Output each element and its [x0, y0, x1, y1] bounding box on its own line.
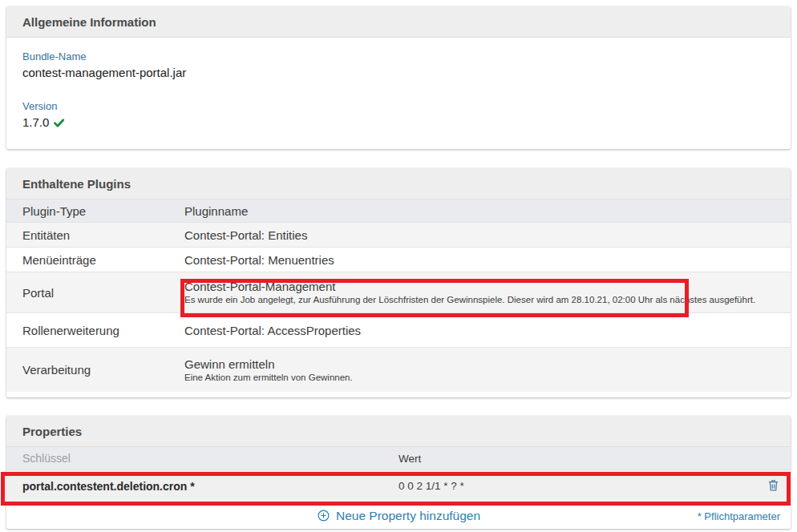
properties-footer: Neue Property hinzufügen * Pflichtparame… — [6, 502, 791, 529]
properties-title: Properties — [22, 425, 82, 438]
plugin-row-accessproperties: Rollenerweiterung Contest-Portal: Access… — [6, 312, 791, 347]
property-key: portal.contestent.deletion.cron * — [22, 480, 195, 493]
plugins-column-header: Plugin-Type Pluginname — [6, 200, 791, 222]
plugin-name-cell: Contest-Portal: AccessProperties — [184, 323, 791, 338]
check-icon — [53, 117, 65, 129]
trash-icon — [767, 478, 780, 494]
plugin-type: Verarbeitung — [6, 363, 184, 377]
bundle-name-value: contest-management-portal.jar — [22, 64, 775, 82]
plugin-name: Contest-Portal: Menuentries — [184, 252, 791, 268]
plugin-description: Eine Aktion zum ermitteln von Gewinnen. — [184, 372, 791, 384]
plugin-name: Gewinn ermitteln — [184, 357, 791, 372]
version-value-row: 1.7.0 — [22, 114, 775, 131]
property-key-cell: portal.contestent.deletion.cron * — [6, 480, 398, 493]
bundle-detail-page: Allgemeine Information Bundle-Name conte… — [0, 6, 797, 532]
add-property-label: Neue Property hinzufügen — [336, 509, 480, 523]
general-info-title: Allgemeine Information — [22, 15, 156, 29]
plugin-type: Rollenerweiterung — [6, 324, 184, 337]
col-schluessel: Schlüssel — [6, 452, 398, 465]
add-property-link[interactable]: Neue Property hinzufügen — [317, 509, 480, 523]
plugins-card: Enthaltene Plugins Plugin-Type Pluginnam… — [6, 168, 791, 397]
plugin-row-portal: Portal Contest-Portal-Management Es wurd… — [6, 272, 791, 312]
general-info-header: Allgemeine Information — [6, 6, 791, 38]
general-info-card: Allgemeine Information Bundle-Name conte… — [6, 6, 791, 149]
bundle-name-label: Bundle-Name — [22, 50, 775, 64]
col-wert: Wert — [398, 453, 755, 465]
plugin-name-cell: Contest-Portal-Management Es wurde ein J… — [184, 279, 791, 306]
required-parameter-note: * Pflichtparameter — [698, 510, 780, 522]
version-label: Version — [22, 99, 775, 114]
version-value: 1.7.0 — [22, 114, 49, 131]
bundle-name-field: Bundle-Name contest-management-portal.ja… — [22, 50, 775, 82]
col-plugin-type: Plugin-Type — [6, 204, 184, 218]
plugin-description: Es wurde ein Job angelegt, zur Ausführun… — [184, 294, 791, 306]
property-value[interactable]: 0 0 2 1/1 * ? * — [398, 480, 755, 492]
plugins-header: Enthaltene Plugins — [6, 168, 791, 200]
col-pluginname: Pluginname — [184, 204, 791, 218]
plugin-name-cell: Gewinn ermitteln Eine Aktion zum ermitte… — [184, 357, 791, 384]
plugin-name: Contest-Portal-Management — [184, 279, 791, 294]
plugins-title: Enthaltene Plugins — [22, 177, 131, 191]
plugin-row-entities: Entitäten Contest-Portal: Entities — [6, 222, 791, 247]
plugin-name: Contest-Portal: AccessProperties — [184, 323, 791, 338]
plugin-type: Entitäten — [6, 228, 184, 242]
delete-property-button[interactable] — [765, 477, 782, 496]
plugin-name: Contest-Portal: Entities — [184, 228, 791, 243]
property-actions — [755, 477, 791, 496]
plugin-name-cell: Contest-Portal: Menuentries — [184, 252, 791, 268]
plugin-type: Portal — [6, 286, 184, 300]
plugin-name-cell: Contest-Portal: Entities — [184, 228, 791, 243]
plugin-row-verarbeitung: Verarbeitung Gewinn ermitteln Eine Aktio… — [6, 347, 791, 392]
plugin-type: Menüeinträge — [6, 253, 184, 267]
general-info-body: Bundle-Name contest-management-portal.ja… — [6, 38, 791, 147]
properties-header: Properties — [6, 416, 791, 447]
properties-column-header: Schlüssel Wert — [6, 447, 791, 470]
properties-card: Properties Schlüssel Wert portal.contest… — [6, 416, 791, 529]
plugin-row-menuentries: Menüeinträge Contest-Portal: Menuentries — [6, 247, 791, 272]
plus-circle-icon — [317, 509, 330, 522]
property-row: portal.contestent.deletion.cron * 0 0 2 … — [6, 470, 791, 502]
version-field: Version 1.7.0 — [22, 99, 775, 131]
